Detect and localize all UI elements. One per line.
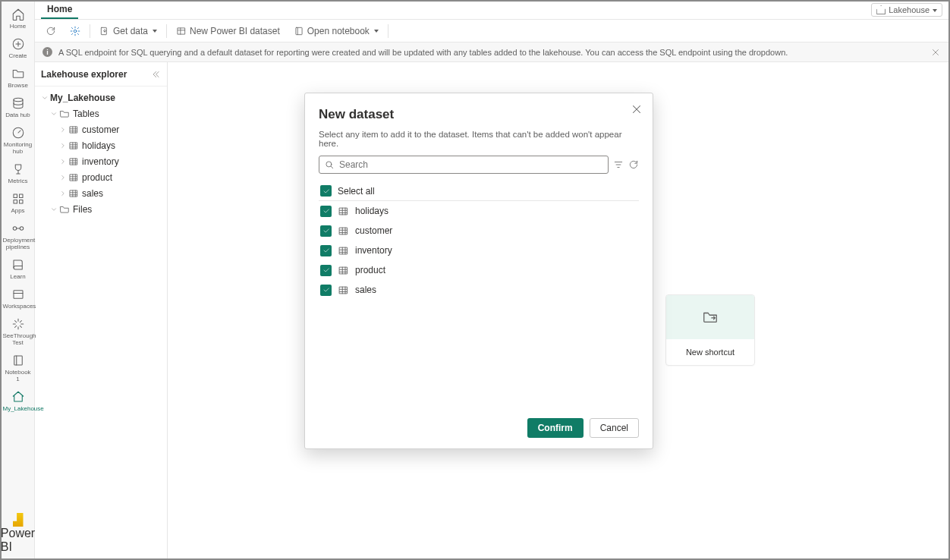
svg-point-20 xyxy=(326,162,332,167)
tree-table-item[interactable]: customer xyxy=(35,121,167,137)
checkbox-checked[interactable] xyxy=(320,245,332,256)
tree-table-label: product xyxy=(82,172,112,183)
tree-root[interactable]: My_Lakehouse xyxy=(35,90,167,105)
checkbox-checked[interactable] xyxy=(320,206,332,217)
checkbox-checked[interactable] xyxy=(320,265,332,276)
search-row xyxy=(319,156,639,174)
rail-seethrough[interactable]: SeeThrough Test xyxy=(2,314,35,351)
view-mode-dropdown[interactable]: Lakehouse xyxy=(871,3,942,17)
rail-mylakehouse[interactable]: My_Lakehouse xyxy=(2,387,35,417)
list-item[interactable]: inventory xyxy=(319,241,639,260)
info-icon: i xyxy=(42,47,52,57)
rail-label: Monitoring hub xyxy=(3,141,33,155)
table-icon xyxy=(338,245,349,256)
tree-root-label: My_Lakehouse xyxy=(50,93,115,103)
svg-rect-17 xyxy=(70,158,77,164)
plus-circle-icon xyxy=(11,37,25,51)
tree-table-label: inventory xyxy=(82,156,119,167)
rail-monitoring[interactable]: Monitoring hub xyxy=(2,123,35,159)
refresh-button[interactable] xyxy=(41,24,61,38)
rail-apps[interactable]: Apps xyxy=(2,189,35,219)
card-label: New shortcut xyxy=(666,339,754,365)
new-dataset-button[interactable]: New Power BI dataset xyxy=(171,24,285,38)
rail-create[interactable]: Create xyxy=(2,34,35,64)
search-input[interactable] xyxy=(339,159,603,170)
rail-data-hub[interactable]: Data hub xyxy=(2,93,35,123)
tree-table-item[interactable]: inventory xyxy=(35,153,167,169)
checkbox-checked[interactable] xyxy=(320,225,332,237)
tab-home[interactable]: Home xyxy=(41,4,78,19)
rail-notebook[interactable]: Notebook 1 xyxy=(2,351,35,387)
svg-rect-5 xyxy=(14,200,17,204)
svg-point-11 xyxy=(74,30,77,33)
list-item[interactable]: holidays xyxy=(319,201,639,221)
table-icon xyxy=(68,124,79,135)
rail-home[interactable]: Home xyxy=(2,5,35,34)
canvas: New shortcut New dataset Select any item… xyxy=(168,62,948,558)
list-item[interactable]: product xyxy=(319,260,639,280)
tree-table-label: holidays xyxy=(82,140,115,151)
collapse-button[interactable] xyxy=(150,69,161,80)
confirm-button[interactable]: Confirm xyxy=(527,418,584,438)
tree-tables-label: Tables xyxy=(73,109,99,119)
item-label: product xyxy=(355,265,385,275)
tree-files[interactable]: Files xyxy=(35,201,167,217)
folder-icon xyxy=(59,204,70,215)
svg-rect-24 xyxy=(340,267,348,274)
table-icon xyxy=(68,156,79,167)
rail-label: Create xyxy=(8,52,27,59)
card-illustration xyxy=(666,295,754,339)
banner-close-button[interactable] xyxy=(930,47,941,58)
svg-rect-9 xyxy=(14,291,23,299)
left-nav-rail: Home Create Browse Data hub Monitoring h… xyxy=(2,2,35,558)
select-all-row[interactable]: Select all xyxy=(319,181,639,201)
chevron-right-icon xyxy=(58,158,68,165)
tree-table-item[interactable]: sales xyxy=(35,185,167,201)
new-shortcut-card[interactable]: New shortcut xyxy=(665,294,755,366)
rail-powerbi[interactable]: Power BI xyxy=(2,513,35,558)
rail-browse[interactable]: Browse xyxy=(2,64,35,93)
svg-point-7 xyxy=(13,227,17,231)
tree-files-label: Files xyxy=(73,204,92,215)
explorer-title: Lakehouse explorer xyxy=(41,69,127,80)
tree-table-item[interactable]: holidays xyxy=(35,137,167,153)
dialog-close-button[interactable] xyxy=(630,102,643,116)
search-box[interactable] xyxy=(319,156,609,174)
tree-tables[interactable]: Tables xyxy=(35,105,167,121)
rail-workspaces[interactable]: Workspaces xyxy=(2,285,35,314)
lakehouse-explorer: Lakehouse explorer My_Lakehouse Tables xyxy=(35,62,168,558)
folder-icon xyxy=(59,109,70,119)
svg-rect-21 xyxy=(340,208,348,215)
pipeline-icon xyxy=(11,222,25,235)
checkbox-checked[interactable] xyxy=(320,185,332,197)
cancel-button[interactable]: Cancel xyxy=(590,418,639,438)
svg-rect-14 xyxy=(296,27,302,34)
svg-point-1 xyxy=(14,98,23,102)
explorer-tree: My_Lakehouse Tables customer xyxy=(35,87,167,220)
chevron-right-icon xyxy=(58,190,68,197)
tree-table-item[interactable]: product xyxy=(35,169,167,185)
notebook-icon xyxy=(11,354,25,367)
rail-learn[interactable]: Learn xyxy=(2,255,35,285)
list-item[interactable]: customer xyxy=(319,221,639,241)
filter-button[interactable] xyxy=(613,159,624,170)
refresh-button[interactable] xyxy=(628,159,639,170)
checkbox-checked[interactable] xyxy=(320,285,332,296)
table-icon xyxy=(338,206,349,217)
main-column: Home Lakehouse Get data New Power xyxy=(35,2,948,558)
get-data-button[interactable]: Get data xyxy=(95,24,162,38)
open-notebook-button[interactable]: Open notebook xyxy=(289,24,383,38)
rail-label: Power BI xyxy=(1,527,35,554)
lakehouse-icon xyxy=(11,390,25,404)
rail-label: Home xyxy=(10,23,26,30)
search-icon xyxy=(324,159,335,170)
rail-deployment[interactable]: Deployment pipelines xyxy=(2,219,35,255)
svg-rect-13 xyxy=(178,27,184,33)
table-icon xyxy=(338,265,349,276)
svg-rect-23 xyxy=(340,247,348,254)
list-item[interactable]: sales xyxy=(319,280,639,300)
svg-rect-25 xyxy=(340,287,348,294)
select-all-label: Select all xyxy=(338,186,375,197)
rail-metrics[interactable]: Metrics xyxy=(2,159,35,189)
settings-button[interactable] xyxy=(65,24,85,38)
